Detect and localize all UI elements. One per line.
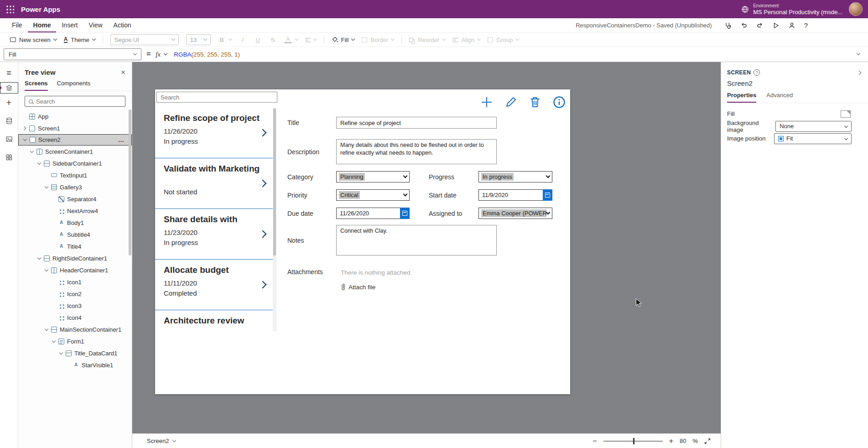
progress-dropdown[interactable]: In progress (478, 171, 552, 182)
tree-item-overflow-button[interactable]: … (118, 136, 129, 143)
waffle-menu-icon[interactable] (0, 0, 20, 18)
align-button[interactable]: Align (452, 36, 480, 43)
tree-item[interactable]: Icon1 (18, 276, 132, 288)
share-icon[interactable] (787, 21, 796, 30)
properties-tab[interactable]: Advanced (766, 92, 793, 103)
tree-item[interactable]: Body1 (18, 217, 132, 229)
theme-button[interactable]: A Theme (64, 36, 95, 43)
new-record-button[interactable] (479, 95, 494, 109)
zoom-slider-thumb[interactable] (633, 438, 634, 444)
redo-icon[interactable] (755, 21, 764, 30)
preview-play-icon[interactable] (771, 21, 780, 30)
menu-item[interactable]: Home (28, 18, 57, 32)
assigned-to-dropdown[interactable]: Emma Cooper (POWERAPP (478, 208, 552, 219)
canvas-area[interactable]: Refine scope of project 11/26/2020 In pr… (132, 62, 721, 448)
group-button[interactable]: Group (488, 36, 519, 43)
fill-color-swatch[interactable] (841, 110, 851, 118)
tree-expand-chevron-icon[interactable] (43, 326, 50, 333)
properties-tab[interactable]: Properties (727, 92, 756, 103)
tree-item[interactable]: RightSideContainer1 (18, 252, 132, 264)
tree-expand-chevron-icon[interactable] (50, 314, 57, 321)
start-date-input[interactable] (478, 189, 543, 201)
tree-expand-chevron-icon[interactable] (50, 278, 57, 286)
font-size-dropdown[interactable]: 13 (186, 34, 211, 45)
gallery-scrollbar[interactable] (273, 108, 276, 331)
app-preview[interactable]: Refine scope of project 11/26/2020 In pr… (155, 89, 570, 394)
help-icon[interactable]: ? (803, 21, 809, 29)
tree-item[interactable]: Subtitle4 (18, 229, 132, 240)
tree-view-icon[interactable] (0, 82, 18, 94)
italic-button[interactable]: I (239, 36, 247, 43)
environment-picker[interactable]: Environment MS Personal Productivity (ms… (741, 3, 842, 16)
zoom-in-button[interactable]: + (669, 438, 673, 445)
underline-button[interactable]: U (254, 36, 262, 43)
formula-bar-expand-icon[interactable] (857, 52, 860, 55)
tree-item[interactable]: Title4 (18, 240, 132, 252)
fill-button[interactable]: Fill (332, 36, 355, 43)
tree-item[interactable]: Icon2 (18, 288, 132, 300)
gallery-item[interactable]: Validate with Marketing Not started (155, 158, 273, 209)
tree-expand-chevron-icon[interactable] (57, 349, 65, 357)
tree-expand-chevron-icon[interactable] (50, 219, 57, 226)
delete-record-button[interactable] (528, 95, 542, 109)
tree-item[interactable]: ScreenContainer1 (18, 146, 132, 157)
calendar-icon[interactable] (400, 208, 410, 219)
tree-item[interactable]: Screen2 … (18, 134, 132, 146)
edit-record-button[interactable] (504, 95, 518, 109)
tree-expand-chevron-icon[interactable] (21, 125, 28, 132)
collapse-rail-icon[interactable]: ≡ (0, 64, 18, 82)
gallery-search-input[interactable] (156, 92, 277, 103)
avatar[interactable] (849, 2, 863, 16)
tree-expand-chevron-icon[interactable] (28, 148, 36, 155)
tree-expand-chevron-icon[interactable] (65, 361, 72, 369)
tree-expand-chevron-icon[interactable] (50, 195, 57, 203)
menu-item[interactable]: Insert (56, 18, 83, 32)
tree-item[interactable]: App (18, 110, 132, 122)
tree-search-input[interactable] (36, 98, 121, 105)
text-align-button[interactable] (305, 37, 317, 42)
tree-scrollbar[interactable] (129, 109, 131, 255)
tree-item[interactable]: Form1 (18, 335, 132, 347)
fx-dropdown[interactable]: fx (156, 51, 167, 58)
bold-button[interactable]: B (218, 36, 232, 43)
tree-item[interactable]: Separator4 (18, 193, 132, 205)
gallery-item[interactable]: Refine scope of project 11/26/2020 In pr… (155, 108, 273, 158)
category-dropdown[interactable]: Planning (336, 171, 410, 182)
tree-item[interactable]: TextInput1 (18, 169, 132, 181)
priority-dropdown[interactable]: Critical (336, 189, 410, 201)
tree-expand-chevron-icon[interactable] (50, 231, 57, 238)
tree-expand-chevron-icon[interactable] (50, 207, 57, 214)
collapse-panel-icon[interactable] (857, 70, 862, 75)
font-color-button[interactable]: A (284, 36, 298, 43)
help-circle-icon[interactable]: ? (754, 69, 760, 76)
insert-icon[interactable]: + (0, 94, 18, 112)
title-field[interactable] (336, 117, 497, 129)
app-checker-icon[interactable] (723, 21, 733, 30)
tree-tab[interactable]: Components (57, 80, 91, 91)
tree-expand-chevron-icon[interactable] (36, 255, 43, 262)
tree-search-box[interactable] (25, 96, 125, 107)
background-image-dropdown[interactable]: None (775, 121, 852, 132)
gallery-item[interactable]: Share details with 11/23/2020 In progres… (155, 209, 273, 260)
app-title[interactable]: Power Apps (21, 5, 60, 13)
zoom-out-button[interactable]: − (593, 438, 597, 445)
advanced-tools-icon[interactable] (0, 148, 18, 167)
border-button[interactable]: Border (362, 36, 394, 43)
tree-expand-chevron-icon[interactable] (43, 266, 50, 274)
data-icon[interactable] (0, 112, 18, 130)
view-record-button[interactable] (552, 95, 567, 109)
tree-expand-chevron-icon[interactable] (50, 302, 57, 309)
tree-expand-chevron-icon[interactable] (50, 243, 57, 250)
tree-item[interactable]: MainSectionContainer1 (18, 323, 132, 335)
tree-item[interactable]: StarVisible1 (18, 359, 132, 371)
media-icon[interactable] (0, 130, 18, 148)
strikethrough-button[interactable]: S (269, 36, 277, 43)
notes-field[interactable]: Connect with Clay. (336, 225, 497, 255)
screen-selector[interactable]: Screen2 (147, 438, 176, 444)
tree-item[interactable]: Title_DataCard1 (18, 347, 132, 359)
attach-file-button[interactable]: Attach file (341, 283, 412, 291)
menu-item[interactable]: View (83, 18, 108, 32)
calendar-icon[interactable] (543, 189, 552, 201)
tree-expand-chevron-icon[interactable] (43, 172, 50, 179)
tree-expand-chevron-icon[interactable] (50, 290, 57, 297)
